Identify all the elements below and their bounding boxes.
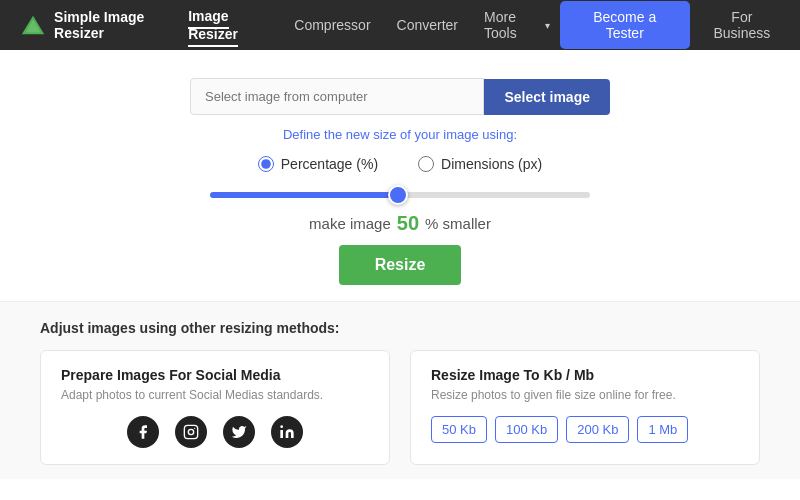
svg-point-4 (194, 428, 195, 429)
card1-title: Prepare Images For Social Media (61, 367, 369, 383)
twitter-icon[interactable] (223, 416, 255, 448)
radio-percentage[interactable] (258, 156, 274, 172)
card2-title: Resize Image To Kb / Mb (431, 367, 739, 383)
logo-text: Simple Image Resizer (54, 9, 188, 41)
file-text-input[interactable] (190, 78, 484, 115)
nav-more-tools[interactable]: More Tools ▾ (484, 9, 550, 41)
card1-desc: Adapt photos to current Social Medias st… (61, 388, 369, 402)
bottom-section-title: Adjust images using other resizing metho… (40, 320, 760, 336)
nav-item-converter[interactable]: Converter (397, 16, 458, 34)
resize-kb-card: Resize Image To Kb / Mb Resize photos to… (410, 350, 760, 465)
radio-dimensions-label[interactable]: Dimensions (px) (418, 156, 542, 172)
svg-rect-5 (280, 430, 283, 438)
btn-1mb[interactable]: 1 Mb (637, 416, 688, 443)
nav-item-image-resizer[interactable]: Image Resizer (188, 7, 268, 43)
make-image-text: make image 50 % smaller (309, 212, 491, 235)
bottom-section: Adjust images using other resizing metho… (0, 301, 800, 479)
logo-icon (20, 13, 46, 37)
social-media-card: Prepare Images For Social Media Adapt ph… (40, 350, 390, 465)
instagram-icon[interactable] (175, 416, 207, 448)
svg-rect-2 (184, 425, 197, 438)
nav-item-compressor[interactable]: Compressor (294, 16, 370, 34)
btn-100kb[interactable]: 100 Kb (495, 416, 558, 443)
percent-value: 50 (397, 212, 419, 235)
linkedin-icon[interactable] (271, 416, 303, 448)
main-section: Select image Define the new size of your… (0, 50, 800, 301)
chevron-down-icon: ▾ (545, 20, 550, 31)
btn-50kb[interactable]: 50 Kb (431, 416, 487, 443)
card2-desc: Resize photos to given file size online … (431, 388, 739, 402)
resize-button[interactable]: Resize (339, 245, 462, 285)
facebook-icon[interactable] (127, 416, 159, 448)
navbar: Simple Image Resizer Image Resizer Compr… (0, 0, 800, 50)
percentage-slider[interactable] (210, 192, 590, 198)
define-text: Define the new size of your image using: (283, 127, 517, 142)
cards-row: Prepare Images For Social Media Adapt ph… (40, 350, 760, 465)
resize-mode-group: Percentage (%) Dimensions (px) (258, 156, 542, 172)
radio-dimensions[interactable] (418, 156, 434, 172)
slider-container (210, 192, 590, 198)
btn-200kb[interactable]: 200 Kb (566, 416, 629, 443)
become-tester-button[interactable]: Become a Tester (560, 1, 690, 49)
kb-buttons-row: 50 Kb 100 Kb 200 Kb 1 Mb (431, 416, 739, 443)
social-icons-row (61, 416, 369, 448)
for-business-button[interactable]: For Business (704, 9, 780, 41)
select-image-button[interactable]: Select image (484, 79, 610, 115)
logo: Simple Image Resizer (20, 9, 188, 41)
file-input-row: Select image (190, 78, 610, 115)
svg-point-6 (280, 425, 283, 428)
radio-percentage-label[interactable]: Percentage (%) (258, 156, 378, 172)
svg-point-3 (188, 429, 193, 434)
